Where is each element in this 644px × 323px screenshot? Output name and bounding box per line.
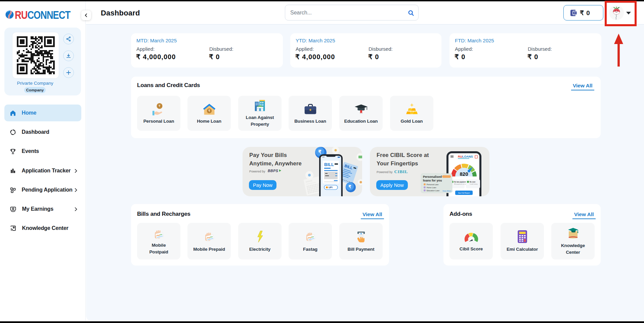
svg-text:View More ›: View More › (442, 190, 452, 192)
svg-text:›: › (462, 181, 463, 183)
svg-text:UPI: UPI (329, 186, 333, 189)
svg-text:BILL: BILL (324, 162, 334, 167)
svg-text:₹: ₹ (348, 184, 351, 189)
svg-text:Personal Loan: Personal Loan (427, 184, 438, 186)
svg-text:Education Loan: Education Loan (427, 190, 439, 192)
svg-text:Personalised: Personalised (423, 175, 442, 178)
svg-text:Home Loan: Home Loan (427, 187, 436, 189)
svg-text:No over-: No over- (470, 181, 476, 183)
svg-text:No late payments: No late payments (454, 181, 467, 183)
svg-text:loans for you: loans for you (423, 179, 442, 182)
svg-text:See Full Report: See Full Report (458, 192, 470, 194)
svg-text:820: 820 (460, 171, 468, 177)
svg-text:Credit history: Credit history (470, 183, 478, 185)
svg-text:₹: ₹ (318, 149, 321, 155)
svg-text:RULOANS: RULOANS (458, 155, 473, 158)
svg-text:Bill payments on time: Bill payments on time (454, 183, 467, 185)
